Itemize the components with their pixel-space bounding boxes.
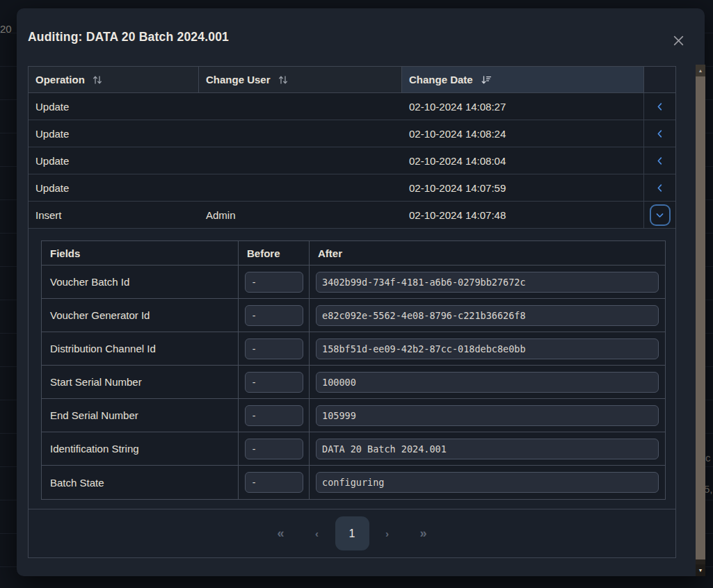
- collapse-row-button[interactable]: [650, 204, 671, 226]
- field-name-cell: End Serial Number: [42, 399, 239, 432]
- detail-table-row: End Serial Number-105999: [42, 399, 665, 432]
- auditing-modal: Auditing: DATA 20 Batch 2024.001 Operati…: [17, 8, 705, 576]
- before-value-box[interactable]: -: [245, 372, 303, 393]
- scroll-up-arrow-icon[interactable]: ▲: [696, 65, 705, 76]
- sort-icon: [278, 75, 289, 85]
- expand-cell: [644, 202, 675, 228]
- after-value-box[interactable]: 105999: [316, 405, 659, 426]
- column-header-label: Operation: [35, 74, 85, 85]
- audit-table-row[interactable]: Update02-10-2024 14:08:27: [29, 93, 675, 120]
- after-cell: e82c092e-5562-4e08-8796-c221b36626f8: [310, 299, 665, 332]
- column-header-operation[interactable]: Operation: [29, 67, 199, 92]
- after-value-box[interactable]: configuring: [316, 472, 659, 493]
- scroll-down-arrow-icon[interactable]: ▼: [696, 564, 705, 576]
- field-name-cell: Voucher Batch Id: [42, 266, 239, 298]
- detail-table-row: Start Serial Number-100000: [42, 366, 665, 399]
- pagination-current-page[interactable]: 1: [335, 516, 369, 550]
- pagination-prev-button[interactable]: ‹: [299, 516, 335, 550]
- before-cell: -: [239, 332, 310, 365]
- close-icon[interactable]: [669, 31, 687, 49]
- after-value-box[interactable]: DATA 20 Batch 2024.001: [316, 439, 659, 459]
- after-value-box[interactable]: 158bf51d-ee09-42b2-87cc-018debc8e0bb: [316, 338, 659, 359]
- change-user-cell: [199, 174, 402, 201]
- expand-row-button[interactable]: [650, 123, 671, 144]
- detail-table: Fields Before After Voucher Batch Id-340…: [41, 240, 666, 500]
- sort-icon: [92, 75, 103, 85]
- sort-descending-icon: [480, 75, 492, 85]
- modal-title: Auditing: DATA 20 Batch 2024.001: [28, 30, 229, 44]
- after-value-box[interactable]: 3402b99d-734f-4181-a6b6-0279bb27672c: [316, 272, 659, 293]
- operation-cell: Update: [29, 120, 199, 147]
- change-date-cell: 02-10-2024 14:08:04: [402, 147, 644, 174]
- chevron-left-icon: [655, 129, 665, 139]
- chevron-left-icon: [655, 156, 665, 166]
- scrollbar[interactable]: ▲ ▼: [696, 65, 705, 576]
- expand-row-button[interactable]: [650, 96, 671, 117]
- audit-table-row[interactable]: Update02-10-2024 14:08:24: [29, 120, 675, 147]
- detail-table-row: Voucher Batch Id-3402b99d-734f-4181-a6b6…: [42, 266, 665, 299]
- audit-table-row[interactable]: InsertAdmin02-10-2024 14:07:48: [29, 202, 675, 229]
- before-value-box[interactable]: -: [245, 405, 303, 426]
- after-cell: 100000: [310, 366, 665, 398]
- chevron-left-icon: [655, 101, 665, 112]
- after-cell: configuring: [310, 466, 665, 499]
- before-value-box[interactable]: -: [245, 472, 303, 493]
- pagination-next-button[interactable]: ›: [369, 516, 406, 550]
- field-name-cell: Start Serial Number: [42, 366, 239, 398]
- audit-table-body: Update02-10-2024 14:08:27Update02-10-202…: [29, 93, 675, 229]
- after-value-box[interactable]: 100000: [316, 372, 659, 393]
- change-date-cell: 02-10-2024 14:08:24: [402, 120, 644, 147]
- operation-cell: Update: [29, 93, 199, 120]
- pagination-first-button[interactable]: «: [263, 516, 299, 550]
- change-date-cell: 02-10-2024 14:08:27: [402, 93, 644, 120]
- column-header-change-date[interactable]: Change Date: [402, 67, 644, 92]
- expanded-detail-area: Fields Before After Voucher Batch Id-340…: [29, 229, 675, 509]
- detail-table-row: Voucher Generator Id-e82c092e-5562-4e08-…: [42, 299, 665, 332]
- chevron-down-icon: [655, 210, 665, 220]
- expand-cell: [644, 174, 675, 201]
- column-header-label: Change Date: [409, 74, 473, 85]
- after-cell: 158bf51d-ee09-42b2-87cc-018debc8e0bb: [310, 332, 665, 365]
- before-cell: -: [239, 366, 310, 398]
- operation-cell: Update: [29, 147, 199, 174]
- change-user-cell: [199, 120, 402, 147]
- background-text-fragment: 20: [0, 23, 12, 35]
- after-value-box[interactable]: e82c092e-5562-4e08-8796-c221b36626f8: [316, 305, 659, 326]
- detail-table-row: Batch State-configuring: [42, 466, 665, 499]
- pagination-last-button[interactable]: »: [406, 516, 442, 550]
- field-name-cell: Identification String: [42, 432, 239, 465]
- expand-cell: [644, 120, 675, 147]
- audit-table-row[interactable]: Update02-10-2024 14:08:04: [29, 147, 675, 174]
- field-name-cell: Voucher Generator Id: [42, 299, 239, 332]
- before-value-box[interactable]: -: [245, 305, 303, 326]
- change-date-cell: 02-10-2024 14:07:59: [402, 174, 644, 201]
- column-header-change-user[interactable]: Change User: [199, 67, 402, 92]
- change-user-cell: [199, 93, 402, 120]
- operation-cell: Update: [29, 174, 199, 201]
- detail-header-before: Before: [239, 241, 310, 265]
- expand-row-button[interactable]: [650, 150, 671, 171]
- before-value-box[interactable]: -: [245, 272, 303, 293]
- expand-cell: [644, 147, 675, 174]
- expand-row-button[interactable]: [650, 177, 671, 198]
- before-cell: -: [239, 266, 310, 298]
- scrollbar-thumb[interactable]: [696, 76, 705, 560]
- detail-table-row: Identification String-DATA 20 Batch 2024…: [42, 432, 665, 466]
- column-header-expand: [644, 67, 675, 92]
- audit-table-container: OperationChange UserChange Date Update02…: [28, 66, 676, 558]
- background-text-fragment: c: [705, 452, 711, 464]
- field-name-cell: Distribution Channel Id: [42, 332, 239, 365]
- chevron-left-icon: [655, 183, 665, 193]
- operation-cell: Insert: [29, 202, 199, 228]
- audit-table-header-row: OperationChange UserChange Date: [29, 67, 675, 93]
- pagination: « ‹ 1 › »: [29, 509, 675, 557]
- before-cell: -: [239, 399, 310, 432]
- before-value-box[interactable]: -: [245, 338, 303, 359]
- change-date-cell: 02-10-2024 14:07:48: [402, 202, 644, 228]
- after-cell: DATA 20 Batch 2024.001: [310, 432, 665, 465]
- column-header-label: Change User: [206, 74, 271, 85]
- audit-table-row[interactable]: Update02-10-2024 14:07:59: [29, 174, 675, 202]
- before-value-box[interactable]: -: [245, 439, 303, 459]
- change-user-cell: Admin: [199, 202, 402, 228]
- before-cell: -: [239, 466, 310, 499]
